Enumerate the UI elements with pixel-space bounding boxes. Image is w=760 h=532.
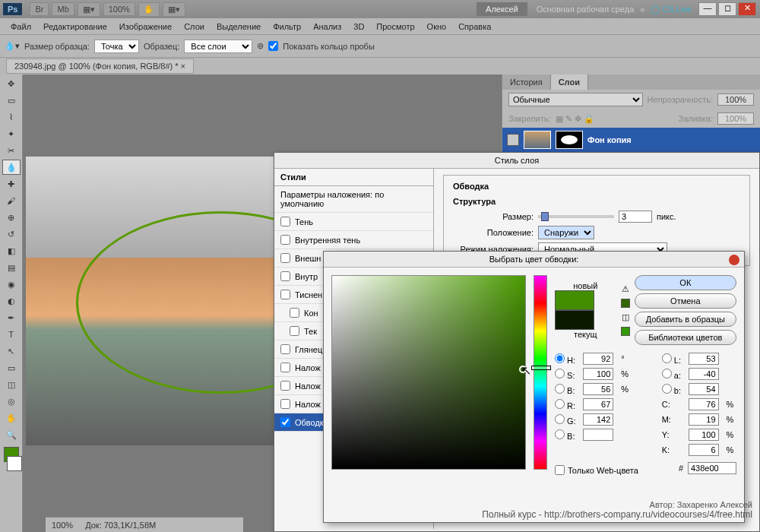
size-slider[interactable] [538,215,614,218]
menu-view[interactable]: Просмотр [370,22,420,31]
move-tool[interactable]: ✥ [2,76,21,91]
g-radio[interactable] [555,414,565,424]
styles-header[interactable]: Стили [274,169,433,186]
layer-thumb[interactable] [524,131,551,149]
3d-camera-tool[interactable]: ◎ [2,394,21,409]
minibridge-button[interactable]: Mb [52,2,74,16]
lasso-tool[interactable]: ⌇ [2,109,21,125]
crop-tool[interactable]: ✂ [2,143,21,158]
sampling-ring-icon[interactable]: ⊚ [257,41,264,51]
sample-size-select[interactable]: Точка [94,40,139,53]
opacity-value[interactable]: 100% [717,93,754,106]
blue-input[interactable] [583,429,613,441]
gradient-tool[interactable]: ▤ [2,260,21,275]
l-radio[interactable] [662,353,672,363]
bridge-button[interactable]: Br [30,2,49,16]
menu-file[interactable]: Файл [5,22,37,31]
r-input[interactable] [583,398,613,410]
s-input[interactable] [583,368,613,380]
menu-select[interactable]: Выделение [211,22,267,31]
bv-input[interactable] [583,383,613,395]
layer-mask-thumb[interactable] [556,131,583,149]
lab-b-radio[interactable] [662,384,672,394]
websafe-swatch[interactable] [621,327,630,336]
l-input[interactable] [689,353,719,365]
k-input[interactable] [689,444,719,456]
m-input[interactable] [689,413,719,426]
y-input[interactable] [689,429,719,441]
dodge-tool[interactable]: ◐ [2,293,21,309]
eraser-tool[interactable]: ◧ [2,243,21,258]
zoom-tool[interactable]: 🔍 [2,427,21,442]
websafe-icon[interactable]: ◫ [622,312,629,322]
b-radio[interactable] [555,384,565,394]
layers-tab[interactable]: Слои [551,74,588,90]
current-color-swatch[interactable] [555,310,594,330]
menu-image[interactable]: Изображение [113,22,178,31]
wand-tool[interactable]: ✦ [2,126,21,141]
bg-color-swatch[interactable] [7,456,22,471]
hue-indicator[interactable] [531,366,551,370]
zoom-dropdown[interactable]: 100% [103,2,135,16]
sample-select[interactable]: Все слои [184,40,252,53]
blend-mode-select[interactable]: Обычные [508,93,643,106]
c-input[interactable] [689,398,719,410]
minimize-button[interactable]: — [698,2,717,16]
marquee-tool[interactable]: ▭ [2,93,21,108]
cslive-button[interactable]: ◯ CS Live [644,5,698,14]
lab-b-input[interactable] [689,383,719,395]
doc-tab[interactable]: 230948.jpg @ 100% (Фон копия, RGB/8#) * … [6,59,194,74]
menu-analysis[interactable]: Анализ [307,22,347,31]
3d-tool[interactable]: ◫ [2,377,21,392]
h-radio[interactable] [555,353,565,363]
warning-swatch[interactable] [621,299,630,308]
menu-filter[interactable]: Фильтр [267,22,307,31]
r-radio[interactable] [555,399,565,409]
maximize-button[interactable]: ◻ [718,2,736,16]
type-tool[interactable]: T [2,327,21,342]
h-input[interactable] [583,353,613,365]
libraries-button[interactable]: Библиотеки цветов [635,330,736,345]
style-inner-shadow[interactable]: Внутренняя тень [274,231,433,249]
heal-tool[interactable]: ✚ [2,176,21,192]
g-input[interactable] [583,413,613,426]
fill-value[interactable]: 100% [717,112,754,125]
history-tab[interactable]: История [502,74,551,90]
position-select[interactable]: Снаружи [538,226,594,239]
path-tool[interactable]: ↖ [2,344,21,359]
menu-help[interactable]: Справка [452,22,497,31]
hand-tool[interactable]: ✋ [2,410,21,426]
style-shadow[interactable]: Тень [274,213,433,231]
s-radio[interactable] [555,369,565,378]
add-swatch-button[interactable]: Добавить в образцы [635,312,736,327]
workspace-label[interactable]: Основная рабочая среда [530,5,641,14]
show-ring-checkbox[interactable] [268,41,278,51]
eyedropper-tool[interactable]: 💧 [2,160,21,175]
style-default[interactable]: Параметры наложения: по умолчанию [274,186,433,213]
menu-window[interactable]: Окно [421,22,453,31]
visibility-icon[interactable] [507,134,519,146]
history-brush-tool[interactable]: ↺ [2,226,21,242]
hex-input[interactable] [688,462,736,474]
menu-layer[interactable]: Слои [178,22,211,31]
blue-radio[interactable] [555,429,565,439]
hand-tool-button[interactable]: ✋ [138,2,160,17]
ok-button[interactable]: ОК [635,275,736,290]
status-zoom[interactable]: 100% [52,521,73,530]
shape-tool[interactable]: ▭ [2,360,21,375]
stamp-tool[interactable]: ⊕ [2,210,21,225]
layer-row[interactable]: Фон копия [502,128,760,152]
blur-tool[interactable]: ◉ [2,277,21,292]
picker-close-button[interactable] [729,255,739,265]
menu-3d[interactable]: 3D [347,22,370,31]
warning-icon[interactable]: ⚠ [622,284,629,294]
hue-slider[interactable] [534,275,547,470]
a-radio[interactable] [662,369,672,378]
screen-mode-button[interactable]: ▦▾ [78,2,100,17]
arrange-button[interactable]: ▦▾ [163,2,185,17]
close-tab-icon[interactable]: × [181,62,185,71]
cancel-button[interactable]: Отмена [635,293,736,309]
menu-edit[interactable]: Редактирование [37,22,113,31]
size-input[interactable] [619,211,652,223]
close-button[interactable]: ✕ [738,2,756,16]
